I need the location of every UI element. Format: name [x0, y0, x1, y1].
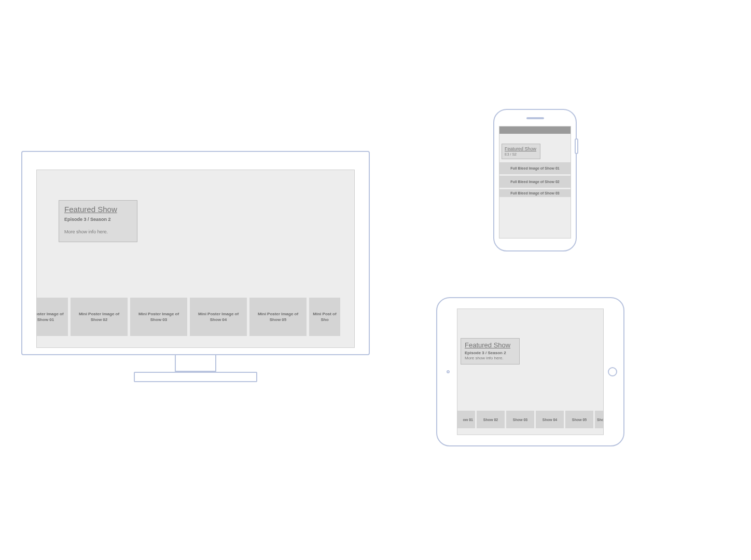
- phone-hero-area: Featured Show E3 / S2: [499, 134, 571, 161]
- featured-more-info: More show info here.: [465, 356, 516, 360]
- tablet-camera-icon: [447, 370, 450, 373]
- featured-show-title[interactable]: Featured Show: [465, 341, 516, 349]
- featured-episode-label: E3 / S2: [505, 152, 537, 156]
- monitor-frame: Featured Show Episode 3 / Season 2 More …: [21, 151, 370, 355]
- poster-card[interactable]: Show 04: [536, 411, 564, 428]
- featured-show-card[interactable]: Featured Show E3 / S2: [502, 144, 540, 159]
- poster-card[interactable]: Show 02: [477, 411, 505, 428]
- poster-card[interactable]: Mini Poster Image of Show 05: [249, 298, 307, 336]
- featured-show-title[interactable]: Featured Show: [64, 205, 132, 214]
- poster-card[interactable]: ow 01: [457, 411, 475, 428]
- desktop-monitor: Featured Show Episode 3 / Season 2 More …: [21, 151, 370, 382]
- poster-card[interactable]: Mini Poster Image of Show 02: [71, 298, 128, 336]
- show-list[interactable]: Full Bleed Image of Show 01 Full Bleed I…: [499, 161, 571, 197]
- poster-card[interactable]: ni Poster Image of Show 01: [36, 298, 68, 336]
- monitor-base: [134, 372, 257, 382]
- featured-show-card[interactable]: Featured Show Episode 3 / Season 2 More …: [461, 338, 520, 365]
- show-carousel[interactable]: ni Poster Image of Show 01 Mini Poster I…: [36, 298, 355, 336]
- show-row[interactable]: Full Bleed Image of Show 02: [499, 174, 571, 188]
- poster-card[interactable]: Sho: [595, 411, 604, 428]
- phone-device: Featured Show E3 / S2 Full Bleed Image o…: [493, 109, 577, 251]
- poster-card[interactable]: Show 03: [506, 411, 534, 428]
- featured-show-title[interactable]: Featured Show: [505, 146, 537, 151]
- poster-card[interactable]: Mini Poster Image of Show 03: [130, 298, 187, 336]
- featured-more-info: More show info here.: [64, 229, 132, 234]
- poster-card[interactable]: Mini Poster Image of Show 04: [190, 298, 247, 336]
- show-row[interactable]: Full Bleed Image of Show 01: [499, 161, 571, 174]
- tablet-home-button[interactable]: [608, 367, 617, 376]
- tablet-device: Featured Show Episode 3 / Season 2 More …: [436, 297, 624, 446]
- show-row[interactable]: Full Bleed Image of Show 03: [499, 188, 571, 197]
- poster-card[interactable]: Show 05: [565, 411, 593, 428]
- tablet-screen: Featured Show Episode 3 / Season 2 More …: [457, 309, 604, 435]
- phone-screen: Featured Show E3 / S2 Full Bleed Image o…: [499, 126, 571, 239]
- phone-speaker-icon: [526, 117, 544, 119]
- phone-status-bar: [499, 127, 571, 134]
- featured-show-card[interactable]: Featured Show Episode 3 / Season 2 More …: [59, 200, 137, 242]
- monitor-neck: [175, 355, 216, 372]
- monitor-screen: Featured Show Episode 3 / Season 2 More …: [36, 170, 355, 348]
- featured-episode-label: Episode 3 / Season 2: [64, 217, 132, 222]
- featured-episode-label: Episode 3 / Season 2: [465, 351, 516, 355]
- show-carousel[interactable]: ow 01 Show 02 Show 03 Show 04 Show 05 Sh…: [457, 411, 604, 428]
- poster-card[interactable]: Mini Post of Sho: [309, 298, 340, 336]
